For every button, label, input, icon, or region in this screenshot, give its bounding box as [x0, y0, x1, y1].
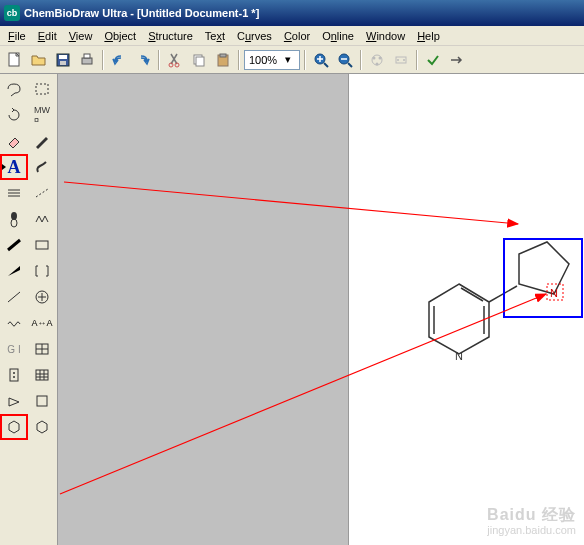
zoom-in-button[interactable] [310, 49, 332, 71]
menu-curves[interactable]: Curves [231, 28, 278, 44]
svg-point-17 [376, 62, 379, 65]
chevron-down-icon[interactable]: ▾ [281, 53, 295, 66]
svg-rect-9 [196, 57, 204, 66]
bold-bond-tool[interactable] [0, 232, 28, 258]
svg-line-35 [489, 286, 517, 302]
benzene-tool[interactable] [28, 414, 56, 440]
svg-rect-4 [82, 58, 92, 64]
separator [360, 50, 362, 70]
separator [304, 50, 306, 70]
svg-rect-24 [36, 241, 48, 249]
svg-point-19 [397, 59, 399, 61]
svg-rect-31 [37, 396, 47, 406]
svg-rect-38 [547, 284, 563, 300]
menu-view[interactable]: View [63, 28, 99, 44]
chem-tool-2[interactable] [390, 49, 412, 71]
copy-button[interactable] [188, 49, 210, 71]
wedge-tool[interactable] [0, 258, 28, 284]
svg-point-23 [11, 219, 17, 227]
rotate-tool[interactable] [0, 102, 28, 128]
open-button[interactable] [28, 49, 50, 71]
svg-rect-36 [504, 239, 582, 317]
redo-button[interactable] [132, 49, 154, 71]
svg-marker-32 [9, 421, 19, 433]
tool-palette: MW¤ A A↔A [0, 74, 58, 545]
marquee-tool[interactable] [28, 76, 56, 102]
main-toolbar: 100% ▾ [0, 46, 584, 74]
cut-button[interactable] [164, 49, 186, 71]
menu-edit[interactable]: Edit [32, 28, 63, 44]
orbital-tool[interactable] [0, 206, 28, 232]
workspace: MW¤ A A↔A [0, 74, 584, 545]
menu-online[interactable]: Online [316, 28, 360, 44]
svg-rect-21 [36, 84, 48, 94]
tlc-tool[interactable] [0, 362, 28, 388]
multibond-tool[interactable] [0, 180, 28, 206]
svg-point-20 [403, 59, 405, 61]
bracket-tool[interactable] [28, 258, 56, 284]
drawing-canvas[interactable]: N N Baidu 经验 jingyan.baidu.com [348, 74, 584, 545]
menu-object[interactable]: Object [98, 28, 142, 44]
window-title: ChemBioDraw Ultra - [Untitled Document-1… [24, 7, 259, 19]
frame-tool[interactable] [28, 232, 56, 258]
structure-tool[interactable]: MW¤ [28, 102, 56, 128]
zoom-combo[interactable]: 100% ▾ [244, 50, 300, 70]
brush-tool[interactable] [28, 154, 56, 180]
separator [158, 50, 160, 70]
triangle-tool[interactable] [0, 388, 28, 414]
app-icon: cb [4, 5, 20, 21]
atom-map-tool[interactable]: A↔A [28, 310, 56, 336]
text-tool[interactable]: A [0, 154, 28, 180]
separator [238, 50, 240, 70]
svg-rect-5 [84, 54, 90, 58]
svg-marker-37 [519, 242, 569, 294]
grid-tool[interactable] [28, 362, 56, 388]
cyclohexane-tool[interactable] [0, 414, 28, 440]
lasso-tool[interactable] [0, 76, 28, 102]
print-button[interactable] [76, 49, 98, 71]
pyrrolidine-n-label: N [550, 287, 558, 299]
svg-rect-30 [36, 370, 48, 380]
menu-file[interactable]: FFileile [2, 28, 32, 44]
svg-point-29 [13, 376, 15, 378]
zoom-value: 100% [249, 54, 277, 66]
paste-button[interactable] [212, 49, 234, 71]
svg-rect-11 [220, 54, 226, 57]
pyridine-n-label: N [455, 350, 463, 362]
chain-tool[interactable] [28, 206, 56, 232]
check-button[interactable] [422, 49, 444, 71]
pen-tool[interactable] [28, 128, 56, 154]
separator [416, 50, 418, 70]
chem-tool-1[interactable] [366, 49, 388, 71]
zoom-out-button[interactable] [334, 49, 356, 71]
menubar: FFileile Edit View Object Structure Text… [0, 26, 584, 46]
titlebar: cb ChemBioDraw Ultra - [Untitled Documen… [0, 0, 584, 26]
menu-text[interactable]: Text [199, 28, 231, 44]
canvas-area: N N Baidu 经验 jingyan.baidu.com [58, 74, 584, 545]
svg-marker-33 [37, 421, 47, 433]
menu-color[interactable]: Color [278, 28, 316, 44]
svg-rect-3 [60, 61, 66, 65]
new-button[interactable] [4, 49, 26, 71]
undo-button[interactable] [108, 49, 130, 71]
svg-point-15 [373, 56, 376, 59]
plus-tool[interactable] [28, 284, 56, 310]
save-button[interactable] [52, 49, 74, 71]
menu-help[interactable]: Help [411, 28, 446, 44]
watermark: Baidu 经验 jingyan.baidu.com [487, 505, 576, 537]
menu-window[interactable]: Window [360, 28, 411, 44]
svg-rect-27 [10, 369, 18, 381]
arrow-tool-button[interactable] [446, 49, 468, 71]
inactive-panel [58, 74, 348, 545]
square-tool[interactable] [28, 388, 56, 414]
single-bond-tool[interactable] [0, 284, 28, 310]
dashed-bond-tool[interactable] [28, 180, 56, 206]
wavy-bond-tool[interactable] [0, 310, 28, 336]
table-tool[interactable] [28, 336, 56, 362]
svg-point-28 [13, 372, 15, 374]
menu-structure[interactable]: Structure [142, 28, 199, 44]
svg-point-16 [379, 56, 382, 59]
separator [102, 50, 104, 70]
generic-tool[interactable]: G I [0, 336, 28, 362]
eraser-tool[interactable] [0, 128, 28, 154]
